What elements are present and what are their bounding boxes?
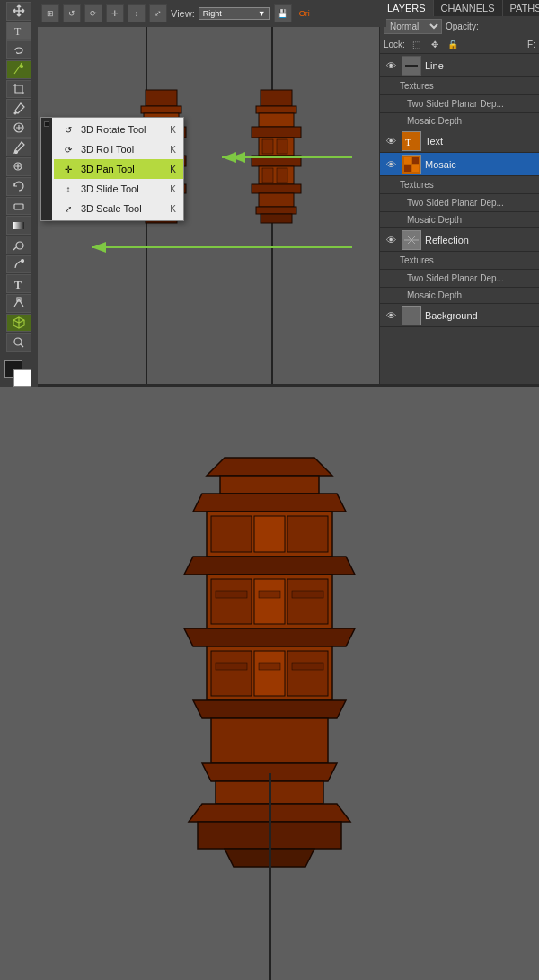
- svg-rect-73: [254, 651, 285, 696]
- history-brush-tool[interactable]: [6, 177, 31, 196]
- layer-subname-mosaicdepth-2: Mosaic Depth: [407, 215, 462, 225]
- svg-text:T: T: [14, 25, 22, 38]
- view-dropdown[interactable]: Right ▼: [199, 7, 270, 20]
- context-menu: ↺ 3D Rotate Tool K ⟳ 3D Roll Tool K ✛ 3D…: [40, 117, 184, 221]
- layer-name-reflection: Reflection: [425, 235, 535, 245]
- eye-icon-background[interactable]: 👁: [384, 309, 398, 322]
- toolbar-icon-1[interactable]: ⊞: [41, 4, 59, 22]
- lock-move-icon[interactable]: ✥: [429, 39, 441, 51]
- svg-rect-29: [259, 113, 294, 127]
- path-tool[interactable]: [6, 294, 31, 313]
- svg-rect-53: [402, 307, 420, 325]
- blend-mode-select[interactable]: Normal: [384, 19, 442, 34]
- gradient-tool[interactable]: [6, 216, 31, 235]
- eye-icon-mosaic[interactable]: 👁: [384, 158, 398, 171]
- layer-row-line-twosided[interactable]: Two Sided Planar Dep...: [380, 95, 539, 113]
- layer-name-text: Text: [425, 136, 535, 147]
- svg-rect-37: [277, 168, 287, 183]
- text-tool[interactable]: T: [6, 22, 31, 40]
- tab-channels[interactable]: CHANNELS: [434, 0, 503, 16]
- brush-tool[interactable]: [6, 138, 31, 157]
- layer-row-mosaic-twosided[interactable]: Two Sided Planar Dep...: [380, 194, 539, 212]
- toolbar-icon-7[interactable]: Ori: [296, 4, 314, 22]
- dodge-tool[interactable]: [6, 236, 31, 254]
- menu-item-scale[interactable]: ⤢ 3D Scale Tool K: [54, 199, 183, 218]
- svg-point-1: [21, 66, 23, 68]
- svg-rect-50: [412, 157, 419, 164]
- pen-tool[interactable]: [6, 255, 31, 274]
- view-label: View:: [171, 8, 195, 19]
- left-toolbar: T: [0, 0, 38, 387]
- layers-controls: Normal Opacity:: [380, 16, 539, 36]
- magic-wand-tool[interactable]: [6, 60, 31, 79]
- eye-icon-text[interactable]: 👁: [384, 135, 398, 147]
- svg-point-8: [22, 260, 24, 263]
- layer-row-mosaic[interactable]: 👁 Mosaic: [380, 153, 539, 176]
- zoom-tool[interactable]: [6, 333, 31, 352]
- svg-marker-77: [193, 700, 346, 718]
- move-tool[interactable]: [6, 2, 31, 21]
- lasso-tool[interactable]: [6, 40, 31, 59]
- layer-subname-mosaicdepth-1: Mosaic Depth: [407, 116, 462, 126]
- layer-row-background[interactable]: 👁 Background: [380, 304, 539, 327]
- svg-rect-67: [292, 591, 323, 598]
- layer-row-text[interactable]: 👁 T Text: [380, 129, 539, 153]
- svg-point-3: [15, 151, 18, 154]
- svg-rect-59: [287, 516, 328, 552]
- toolbar-icon-3[interactable]: ⟳: [84, 4, 102, 22]
- svg-rect-63: [211, 579, 252, 624]
- layer-row-reflection[interactable]: 👁 Reflection: [380, 228, 539, 252]
- layer-row-line-mosaicdepth[interactable]: Mosaic Depth: [380, 113, 539, 129]
- toolbar-icon-4[interactable]: ✛: [106, 4, 124, 22]
- menu-item-roll-label: 3D Roll Tool: [81, 144, 164, 155]
- svg-rect-55: [220, 476, 319, 494]
- menu-item-slide[interactable]: ↕ 3D Slide Tool K: [54, 179, 183, 199]
- svg-rect-60: [254, 516, 285, 552]
- layer-row-reflection-textures[interactable]: Textures: [380, 252, 539, 270]
- eye-icon-line[interactable]: 👁: [384, 59, 398, 72]
- svg-marker-54: [207, 458, 332, 476]
- svg-rect-33: [277, 139, 287, 154]
- menu-item-pan[interactable]: ✛ 3D Pan Tool K: [54, 159, 183, 179]
- svg-rect-58: [211, 516, 252, 552]
- view-value: Right: [203, 9, 222, 18]
- tab-paths[interactable]: PATHS: [503, 0, 540, 16]
- heal-tool[interactable]: [6, 119, 31, 138]
- layer-row-mosaic-textures[interactable]: Textures: [380, 176, 539, 194]
- clone-tool[interactable]: [6, 157, 31, 176]
- layer-subname-twosided-1: Two Sided Planar Dep...: [407, 99, 504, 109]
- eraser-tool[interactable]: [6, 197, 31, 216]
- layer-row-reflection-mosaicdepth[interactable]: Mosaic Depth: [380, 288, 539, 304]
- slide-icon: ↕: [61, 182, 75, 196]
- right-panel: LAYERS CHANNELS PATHS Normal Opacity: Lo…: [379, 0, 539, 387]
- svg-point-7: [16, 242, 23, 249]
- eyedropper-tool[interactable]: [6, 99, 31, 118]
- type-tool[interactable]: T: [6, 274, 31, 293]
- layer-row-line[interactable]: 👁 Line: [380, 54, 539, 77]
- bottom-section: ✛: [0, 387, 539, 980]
- menu-item-roll[interactable]: ⟳ 3D Roll Tool K: [54, 139, 183, 159]
- menu-item-scale-label: 3D Scale Tool: [81, 203, 164, 214]
- toolbar-icon-2[interactable]: ↺: [63, 4, 81, 22]
- layer-row-mosaic-mosaicdepth[interactable]: Mosaic Depth: [380, 212, 539, 228]
- lock-all-icon[interactable]: 🔒: [446, 39, 459, 51]
- color-swatches[interactable]: [4, 360, 33, 387]
- top-bar: ⊞ ↺ ⟳ ✛ ↕ ⤢ View: Right ▼ 💾 Ori: [38, 0, 386, 27]
- lock-pixels-icon[interactable]: ⬚: [411, 39, 423, 51]
- menu-item-rotate-key: K: [170, 125, 176, 135]
- svg-rect-12: [146, 90, 177, 106]
- tab-layers[interactable]: LAYERS: [380, 0, 434, 16]
- layer-subname-mosaicdepth-3: Mosaic Depth: [407, 290, 462, 300]
- 3d-tool[interactable]: [6, 314, 31, 333]
- eye-icon-reflection[interactable]: 👁: [384, 234, 398, 246]
- toolbar-icon-save[interactable]: 💾: [274, 4, 292, 22]
- layers-tabs: LAYERS CHANNELS PATHS: [380, 0, 539, 16]
- toolbar-icon-6[interactable]: ⤢: [149, 4, 167, 22]
- menu-item-rotate[interactable]: ↺ 3D Rotate Tool K: [54, 120, 183, 139]
- background-color[interactable]: [13, 369, 31, 387]
- layer-row-line-textures[interactable]: Textures: [380, 77, 539, 95]
- crop-tool[interactable]: [6, 80, 31, 99]
- layer-thumb-mosaic: [402, 155, 421, 174]
- toolbar-icon-5[interactable]: ↕: [128, 4, 146, 22]
- layer-row-reflection-twosided[interactable]: Two Sided Planar Dep...: [380, 270, 539, 288]
